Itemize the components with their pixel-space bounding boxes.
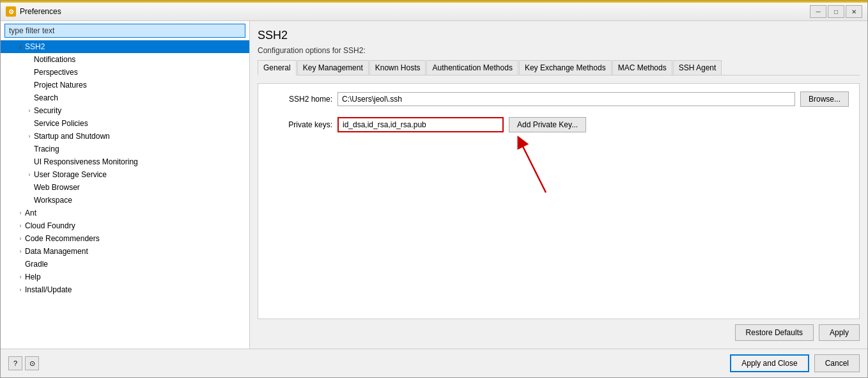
main-content: ▲ SSH2 Notifications Perspectives: [1, 21, 867, 349]
sidebar-item-ssh2[interactable]: ▲ SSH2: [1, 40, 249, 53]
footer-left-buttons: ? ⊙: [8, 356, 39, 370]
sidebar-item-ui-responsiveness[interactable]: UI Responsiveness Monitoring: [1, 155, 249, 168]
svg-line-1: [520, 141, 546, 193]
sidebar-item-label: SSH2: [25, 42, 45, 51]
apply-button[interactable]: Apply: [819, 324, 860, 341]
window-controls: ─ □ ✕: [810, 5, 862, 18]
tab-ssh-agent[interactable]: SSH Agent: [673, 60, 722, 75]
ssh2-home-input[interactable]: [337, 92, 795, 106]
sidebar-item-gradle[interactable]: Gradle: [1, 258, 249, 271]
sidebar-item-code-recommenders[interactable]: › Code Recommenders: [1, 232, 249, 245]
footer-right-buttons: Apply and Close Cancel: [730, 354, 860, 372]
add-private-key-button[interactable]: Add Private Key...: [509, 117, 586, 132]
cancel-button[interactable]: Cancel: [814, 354, 860, 372]
sidebar-item-startup-shutdown[interactable]: › Startup and Shutdown: [1, 130, 249, 143]
expander-ssh2: ▲: [16, 42, 25, 51]
tab-key-management[interactable]: Key Management: [297, 60, 369, 75]
minimize-button[interactable]: ─: [810, 5, 826, 18]
sidebar-item-tracing[interactable]: Tracing: [1, 143, 249, 155]
sidebar-tree: ▲ SSH2 Notifications Perspectives: [1, 40, 249, 349]
preferences-window: ⚙ Preferences ─ □ ✕ ▲ SSH2: [0, 0, 868, 378]
sidebar-item-perspectives[interactable]: Perspectives: [1, 66, 249, 79]
window-icon: ⚙: [6, 6, 16, 17]
annotation-arrow: [501, 129, 578, 199]
tab-key-exchange[interactable]: Key Exchange Methods: [519, 60, 612, 75]
private-keys-input[interactable]: [337, 117, 504, 132]
close-button[interactable]: ✕: [846, 5, 862, 18]
maximize-button[interactable]: □: [828, 5, 844, 18]
settings-button[interactable]: ⊙: [25, 356, 39, 370]
window-title: Preferences: [20, 7, 810, 16]
restore-defaults-button[interactable]: Restore Defaults: [735, 324, 814, 341]
panel-bottom-row: Restore Defaults Apply: [258, 324, 860, 341]
sidebar-item-search[interactable]: Search: [1, 91, 249, 104]
tab-general[interactable]: General: [258, 60, 297, 75]
private-keys-label: Private keys:: [268, 120, 332, 129]
private-keys-row: Private keys: Add Private Key...: [268, 117, 849, 132]
ssh2-home-label: SSH2 home:: [268, 95, 332, 104]
browse-button[interactable]: Browse...: [800, 91, 849, 107]
tab-auth-methods[interactable]: Authentication Methods: [426, 60, 518, 75]
sidebar-item-service-policies[interactable]: Service Policies: [1, 117, 249, 130]
footer: ? ⊙ Apply and Close Cancel: [1, 349, 867, 377]
sidebar-item-project-natures[interactable]: Project Natures: [1, 79, 249, 91]
filter-input[interactable]: [4, 24, 245, 38]
sidebar: ▲ SSH2 Notifications Perspectives: [1, 21, 250, 349]
form-area: SSH2 home: Browse... Private keys: Add P…: [258, 83, 860, 319]
sidebar-item-help[interactable]: › Help: [1, 271, 249, 283]
help-button[interactable]: ?: [8, 356, 22, 370]
tab-known-hosts[interactable]: Known Hosts: [369, 60, 426, 75]
sidebar-item-install-update[interactable]: › Install/Update: [1, 283, 249, 296]
title-bar: ⚙ Preferences ─ □ ✕: [1, 1, 867, 21]
sidebar-item-web-browser[interactable]: Web Browser: [1, 181, 249, 194]
sidebar-item-data-management[interactable]: › Data Management: [1, 245, 249, 258]
tab-mac-methods[interactable]: MAC Methods: [612, 60, 672, 75]
tab-bar: General Key Management Known Hosts Authe…: [258, 60, 860, 75]
panel-subtitle: Configuration options for SSH2:: [258, 46, 860, 55]
sidebar-item-security[interactable]: › Security: [1, 104, 249, 117]
sidebar-label: Notifications: [34, 55, 75, 64]
sidebar-item-user-storage[interactable]: › User Storage Service: [1, 168, 249, 181]
apply-and-close-button[interactable]: Apply and Close: [730, 354, 809, 372]
right-panel: SSH2 Configuration options for SSH2: Gen…: [250, 21, 867, 349]
sidebar-item-notifications[interactable]: Notifications: [1, 53, 249, 66]
sidebar-item-ant[interactable]: › Ant: [1, 207, 249, 219]
sidebar-item-workspace[interactable]: Workspace: [1, 194, 249, 207]
expander-placeholder: [25, 55, 34, 64]
sidebar-item-cloud-foundry[interactable]: › Cloud Foundry: [1, 219, 249, 232]
panel-title: SSH2: [258, 29, 860, 42]
ssh2-home-row: SSH2 home: Browse...: [268, 91, 849, 107]
